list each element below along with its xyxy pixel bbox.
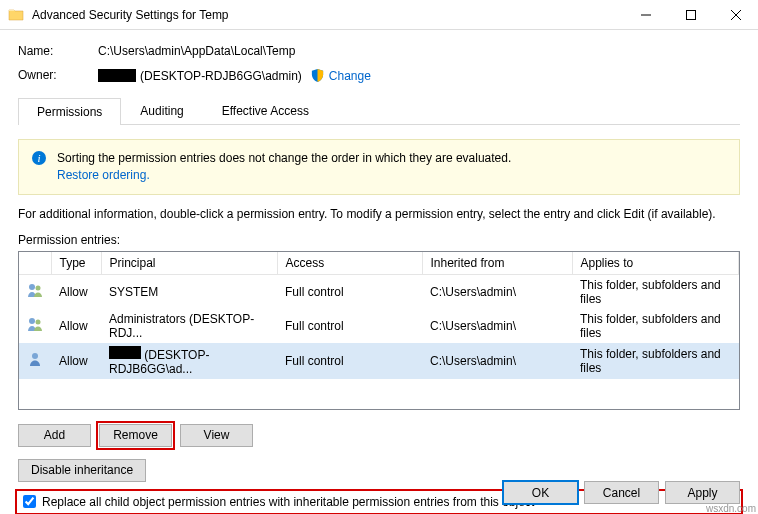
col-access[interactable]: Access bbox=[277, 252, 422, 275]
inheritance-row: Disable inheritance bbox=[18, 459, 740, 482]
svg-point-9 bbox=[36, 320, 41, 325]
cell-applies: This folder, subfolders and files bbox=[572, 343, 739, 379]
svg-point-7 bbox=[36, 286, 41, 291]
col-inherited[interactable]: Inherited from bbox=[422, 252, 572, 275]
cell-principal: SYSTEM bbox=[101, 274, 277, 309]
owner-redacted bbox=[98, 69, 136, 82]
name-label: Name: bbox=[18, 44, 98, 58]
permissions-table-container: Type Principal Access Inherited from App… bbox=[18, 251, 740, 410]
table-row[interactable]: AllowSYSTEMFull controlC:\Users\admin\Th… bbox=[19, 274, 739, 309]
cell-principal: Administrators (DESKTOP-RDJ... bbox=[101, 309, 277, 343]
footer-buttons: OK Cancel Apply bbox=[503, 481, 740, 504]
cell-access: Full control bbox=[277, 309, 422, 343]
view-button[interactable]: View bbox=[180, 424, 253, 447]
folder-icon bbox=[8, 7, 24, 23]
disable-inheritance-button[interactable]: Disable inheritance bbox=[18, 459, 146, 482]
cell-inherited: C:\Users\admin\ bbox=[422, 274, 572, 309]
content-area: Name: C:\Users\admin\AppData\Local\Temp … bbox=[0, 30, 758, 512]
tab-effective-access[interactable]: Effective Access bbox=[203, 97, 328, 124]
apply-button[interactable]: Apply bbox=[665, 481, 740, 504]
svg-rect-1 bbox=[686, 10, 695, 19]
info-icon: i bbox=[31, 150, 47, 166]
owner-value: (DESKTOP-RDJB6GG\admin) Change bbox=[98, 68, 740, 83]
change-owner-link[interactable]: Change bbox=[329, 69, 371, 83]
user-icon bbox=[27, 351, 43, 367]
svg-point-6 bbox=[29, 284, 35, 290]
window-title: Advanced Security Settings for Temp bbox=[32, 8, 623, 22]
col-type[interactable]: Type bbox=[51, 252, 101, 275]
info-banner: i Sorting the permission entries does no… bbox=[18, 139, 740, 195]
cell-type: Allow bbox=[51, 309, 101, 343]
entries-label: Permission entries: bbox=[18, 233, 740, 247]
watermark: wsxdn.com bbox=[706, 503, 756, 514]
instruction-text: For additional information, double-click… bbox=[18, 207, 740, 221]
cell-inherited: C:\Users\admin\ bbox=[422, 309, 572, 343]
name-value: C:\Users\admin\AppData\Local\Temp bbox=[98, 44, 740, 58]
user-icon bbox=[27, 282, 43, 298]
ok-button[interactable]: OK bbox=[503, 481, 578, 504]
cell-access: Full control bbox=[277, 343, 422, 379]
cell-applies: This folder, subfolders and files bbox=[572, 274, 739, 309]
maximize-button[interactable] bbox=[668, 0, 713, 30]
cell-access: Full control bbox=[277, 274, 422, 309]
add-button[interactable]: Add bbox=[18, 424, 91, 447]
cell-type: Allow bbox=[51, 274, 101, 309]
titlebar: Advanced Security Settings for Temp bbox=[0, 0, 758, 30]
remove-button[interactable]: Remove bbox=[99, 424, 172, 447]
replace-checkbox-label[interactable]: Replace all child object permission entr… bbox=[42, 495, 534, 509]
replace-checkbox[interactable] bbox=[23, 495, 36, 508]
banner-message: Sorting the permission entries does not … bbox=[57, 150, 511, 167]
restore-ordering-link[interactable]: Restore ordering. bbox=[57, 168, 150, 182]
table-buttons: Add Remove View bbox=[18, 424, 740, 447]
cancel-button[interactable]: Cancel bbox=[584, 481, 659, 504]
cell-principal: (DESKTOP-RDJB6GG\ad... bbox=[101, 343, 277, 379]
col-applies[interactable]: Applies to bbox=[572, 252, 739, 275]
minimize-button[interactable] bbox=[623, 0, 668, 30]
cell-inherited: C:\Users\admin\ bbox=[422, 343, 572, 379]
table-row[interactable]: Allow (DESKTOP-RDJB6GG\ad...Full control… bbox=[19, 343, 739, 379]
permissions-table[interactable]: Type Principal Access Inherited from App… bbox=[19, 252, 739, 379]
shield-icon bbox=[310, 68, 325, 83]
tab-permissions[interactable]: Permissions bbox=[18, 98, 121, 125]
owner-label: Owner: bbox=[18, 68, 98, 83]
col-principal[interactable]: Principal bbox=[101, 252, 277, 275]
svg-text:i: i bbox=[37, 152, 40, 164]
tabs: Permissions Auditing Effective Access bbox=[18, 97, 740, 125]
close-button[interactable] bbox=[713, 0, 758, 30]
window-controls bbox=[623, 0, 758, 30]
banner-text: Sorting the permission entries does not … bbox=[57, 150, 511, 184]
cell-applies: This folder, subfolders and files bbox=[572, 309, 739, 343]
header-section: Name: C:\Users\admin\AppData\Local\Temp … bbox=[18, 44, 740, 83]
col-icon[interactable] bbox=[19, 252, 51, 275]
owner-account: (DESKTOP-RDJB6GG\admin) bbox=[140, 69, 302, 83]
user-icon bbox=[27, 316, 43, 332]
svg-point-8 bbox=[29, 318, 35, 324]
table-row[interactable]: AllowAdministrators (DESKTOP-RDJ...Full … bbox=[19, 309, 739, 343]
tab-auditing[interactable]: Auditing bbox=[121, 97, 202, 124]
cell-type: Allow bbox=[51, 343, 101, 379]
svg-point-10 bbox=[32, 353, 38, 359]
